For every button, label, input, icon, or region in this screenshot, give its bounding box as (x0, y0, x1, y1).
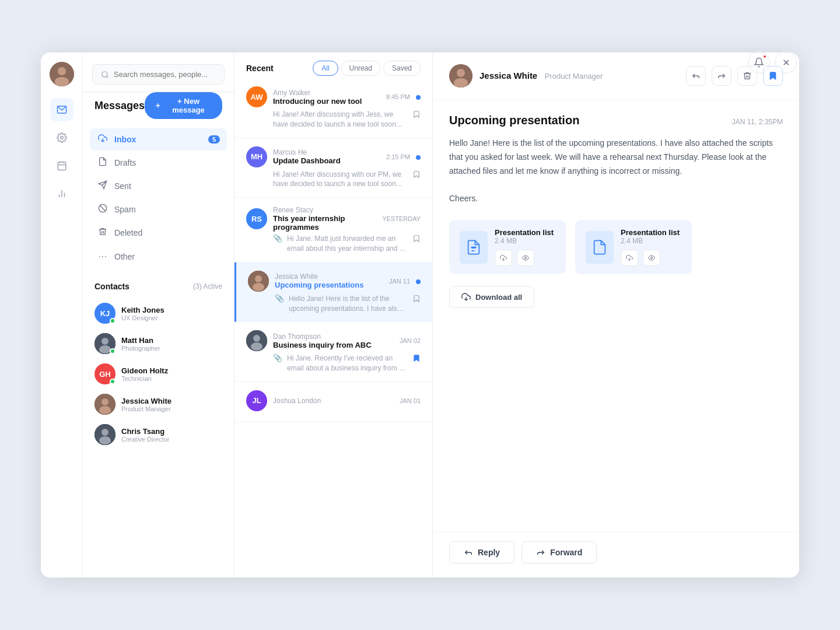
bookmark-dan[interactable] (412, 354, 421, 365)
detail-sender-name: Jessica White (480, 71, 537, 80)
svg-point-29 (253, 283, 264, 291)
forward-action-button[interactable] (712, 66, 732, 86)
sidebar-item-inbox[interactable]: Inbox 5 (90, 128, 227, 150)
search-input[interactable] (114, 70, 216, 79)
inbox-label: Inbox (114, 135, 202, 144)
contact-item-chris-tsang[interactable]: Chris Tsang Creative Director (94, 419, 222, 450)
notification-button[interactable] (748, 52, 770, 74)
contact-item-keith-jones[interactable]: KJ Keith Jones UX Designer (94, 298, 222, 328)
sidebar-item-spam[interactable]: Spam (90, 198, 227, 220)
sidebar-item-drafts[interactable]: Drafts (90, 152, 227, 174)
bookmark-jessica-msg[interactable] (412, 294, 421, 305)
tab-all[interactable]: All (313, 61, 338, 76)
search-bar[interactable] (92, 64, 225, 85)
attach-icon-dan: 📎 (273, 354, 282, 362)
attachment-card-2: Presentation list 2.4 MB (575, 220, 692, 274)
sidebar-title: Messages (94, 100, 145, 112)
contact-item-gideon-holtz[interactable]: GH Gideon Holtz Technician (94, 359, 222, 389)
msg-preview-renee: Hi Jane. Matt just forwarded me an email… (287, 234, 408, 254)
contact-role-keith: UX Designer (121, 314, 164, 321)
contact-role-matt: Photographer (121, 345, 160, 352)
message-item-dan-thompson[interactable]: Dan Thompson Business inquiry from ABC J… (235, 322, 432, 382)
tab-unread[interactable]: Unread (341, 61, 381, 76)
reply-action-button[interactable] (686, 66, 706, 86)
svg-point-2 (55, 77, 69, 86)
sidebar-item-deleted[interactable]: Deleted (90, 222, 227, 244)
msg-preview-marcus: Hi Jane! After discussing with our PM, w… (273, 170, 408, 190)
contact-item-jessica-white[interactable]: Jessica White Product Manager (94, 389, 222, 419)
att-size-2: 2.4 MB (621, 237, 680, 245)
contact-name-gideon: Gideon Holtz (121, 366, 168, 375)
bookmark-marcus[interactable] (412, 170, 421, 181)
msg-unread-dot-marcus (416, 155, 421, 160)
contact-avatar-chris (94, 424, 116, 445)
detail-date: JAN 11, 2:35PM (732, 118, 783, 126)
new-message-button[interactable]: ＋ + New message (145, 92, 222, 119)
svg-point-1 (58, 67, 66, 75)
message-item-joshua-london[interactable]: JL Joshua London JAN 01 (235, 382, 432, 422)
user-avatar[interactable] (50, 62, 74, 86)
sidebar: Messages ＋ + New message Inbox 5 (83, 52, 235, 578)
message-item-amy-walker[interactable]: AW Amy Walker Introducing our new tool 8… (235, 78, 432, 138)
nav-analytics-icon[interactable] (50, 182, 74, 205)
msg-time-marcus: 2:15 PM (386, 153, 410, 160)
msg-preview-amy: Hi Jane! After discussing with Jess, we … (273, 110, 408, 130)
message-detail-panel: Jessica White Product Manager (433, 52, 799, 578)
sidebar-item-other[interactable]: ··· Other (90, 245, 227, 268)
detail-body-text: Hello Jane! Here is the list of the upco… (449, 136, 783, 178)
sidebar-item-sent[interactable]: Sent (90, 175, 227, 197)
msg-sender-marcus: Marcus He (273, 148, 380, 156)
svg-point-20 (99, 345, 111, 354)
recent-label: Recent (246, 64, 274, 73)
detail-subject: Upcoming presentation (449, 114, 579, 127)
detail-subject-row: Upcoming presentation JAN 11, 2:35PM (449, 114, 783, 127)
message-item-marcus-he[interactable]: MH Marcus He Update Dashboard 2:15 PM Hi… (235, 138, 432, 198)
msg-subject-dan: Business inquiry from ABC (273, 341, 394, 349)
inbox-icon (97, 134, 108, 145)
nav-calendar-icon[interactable] (50, 154, 74, 177)
tab-buttons: All Unread Saved (313, 61, 421, 76)
svg-point-34 (457, 69, 465, 77)
nav-settings-icon[interactable] (50, 126, 74, 149)
other-label: Other (114, 252, 220, 261)
msg-sender-renee: Renee Stacy (273, 206, 376, 214)
att-download-btn-2[interactable] (621, 250, 638, 266)
svg-point-19 (102, 338, 108, 345)
msg-time-dan: JAN 02 (400, 337, 421, 344)
sidebar-header: Messages ＋ + New message (83, 92, 234, 128)
msg-avatar-marcus: MH (246, 146, 267, 167)
bookmark-amy[interactable] (412, 110, 421, 121)
status-dot-keith (110, 318, 116, 324)
svg-line-17 (100, 205, 105, 211)
att-preview-btn-2[interactable] (643, 250, 660, 266)
detail-sender-role: Product Manager (545, 72, 603, 80)
attach-icon-renee: 📎 (273, 234, 282, 243)
reply-button[interactable]: Reply (449, 541, 514, 564)
svg-point-38 (525, 257, 527, 259)
msg-time-joshua: JAN 01 (400, 397, 421, 404)
msg-subject-amy: Introducing our new tool (273, 97, 380, 106)
deleted-icon (97, 227, 108, 239)
svg-point-22 (102, 398, 108, 405)
messages-scroll[interactable]: AW Amy Walker Introducing our new tool 8… (235, 78, 432, 578)
download-all-button[interactable]: Download all (449, 286, 534, 308)
msg-avatar-joshua: JL (246, 390, 267, 411)
message-item-renee-stacy[interactable]: RS Renee Stacy This year internship prog… (235, 198, 432, 262)
att-preview-btn-1[interactable] (517, 250, 534, 266)
msg-avatar-jessica-msg (248, 271, 269, 292)
forward-button[interactable]: Forward (522, 541, 597, 564)
bookmark-renee[interactable] (412, 234, 421, 245)
spam-label: Spam (114, 205, 220, 214)
nav-messages-icon[interactable] (50, 98, 74, 121)
contact-item-matt-han[interactable]: Matt Han Photographer (94, 328, 222, 359)
contacts-header: Contacts (3) Active (94, 282, 222, 291)
att-download-btn-1[interactable] (495, 250, 512, 266)
message-item-jessica-white[interactable]: Jessica White Upcoming presentations JAN… (235, 262, 432, 323)
sent-label: Sent (114, 181, 220, 191)
search-icon (101, 71, 109, 79)
contact-avatar-jessica (94, 394, 116, 415)
contact-name-jessica: Jessica White (121, 397, 172, 405)
close-button[interactable]: ✕ (775, 52, 797, 74)
tab-saved[interactable]: Saved (383, 61, 421, 76)
svg-point-31 (253, 335, 260, 342)
